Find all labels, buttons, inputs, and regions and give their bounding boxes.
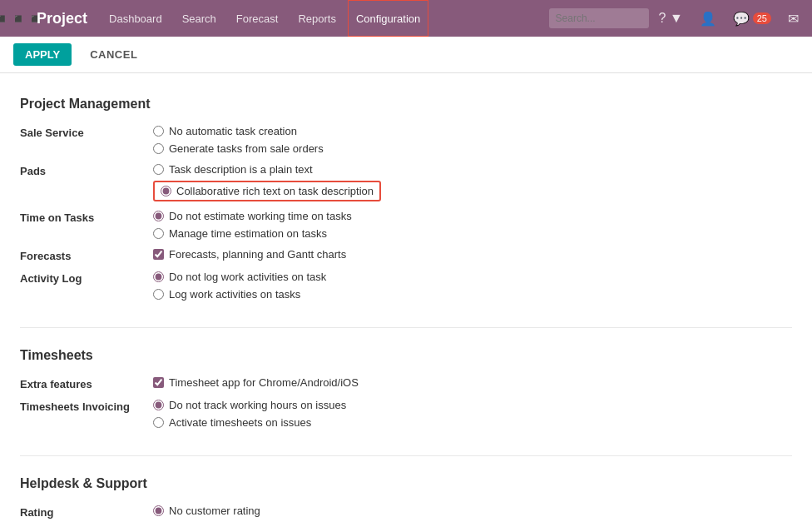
- mail-icon[interactable]: ✉: [781, 0, 805, 37]
- list-item[interactable]: Activate timesheets on issues: [153, 416, 346, 429]
- topnav: ◾◾◾ Project Dashboard Search Forecast Re…: [0, 0, 812, 37]
- app-grid-icon[interactable]: ◾◾◾: [7, 7, 30, 30]
- forecasts-row: Forecasts Forecasts, planning and Gantt …: [20, 248, 792, 262]
- sale-service-no-auto[interactable]: [153, 126, 164, 137]
- timesheets-invoicing-options: Do not track working hours on issues Act…: [153, 399, 346, 429]
- project-management-section: Project Management Sale Service No autom…: [20, 97, 792, 301]
- nav-search[interactable]: Search: [174, 0, 225, 37]
- list-item[interactable]: Do not estimate working time on tasks: [153, 210, 352, 222]
- project-management-title: Project Management: [20, 97, 792, 112]
- pads-options: Task description is a plain text Collabo…: [153, 163, 381, 201]
- activity-log-row: Activity Log Do not log work activities …: [20, 271, 792, 301]
- helpdesk-title: Helpdesk & Support: [20, 476, 792, 491]
- app-title: Project: [37, 10, 87, 27]
- activity-no-log[interactable]: [153, 271, 164, 282]
- timesheets-invoicing-label: Timesheets Invoicing: [20, 399, 153, 413]
- forecasts-options: Forecasts, planning and Gantt charts: [153, 248, 346, 261]
- pads-plain-text-label: Task description is a plain text: [169, 163, 313, 176]
- extra-features-row: Extra features Timesheet app for Chrome/…: [20, 376, 792, 390]
- pads-label: Pads: [20, 163, 153, 177]
- list-item[interactable]: Do not log work activities on task: [153, 271, 326, 283]
- list-item[interactable]: Task description is a plain text: [153, 163, 381, 176]
- timesheet-app-label: Timesheet app for Chrome/Android/iOS: [169, 376, 359, 389]
- user-icon[interactable]: 👤: [693, 0, 723, 37]
- sale-service-row: Sale Service No automatic task creation …: [20, 125, 792, 155]
- activity-log-options: Do not log work activities on task Log w…: [153, 271, 326, 301]
- nav-reports[interactable]: Reports: [290, 0, 344, 37]
- timesheets-section: Timesheets Extra features Timesheet app …: [20, 348, 792, 429]
- nav-dashboard[interactable]: Dashboard: [101, 0, 171, 37]
- notifications-badge: 25: [753, 12, 771, 24]
- nav-forecast[interactable]: Forecast: [228, 0, 287, 37]
- divider-1: [20, 327, 792, 328]
- list-item[interactable]: Log work activities on tasks: [153, 288, 326, 301]
- cancel-button[interactable]: CANCEL: [78, 43, 149, 66]
- time-on-tasks-options: Do not estimate working time on tasks Ma…: [153, 210, 352, 240]
- activate-timesheets-radio[interactable]: [153, 417, 164, 428]
- activity-log-label: Activity Log: [20, 271, 153, 285]
- pads-plain-text[interactable]: [153, 164, 164, 175]
- time-no-estimate[interactable]: [153, 211, 164, 221]
- rating-options: No customer rating Allow activating cust…: [153, 505, 476, 522]
- list-item[interactable]: Forecasts, planning and Gantt charts: [153, 248, 346, 261]
- help-icon[interactable]: ? ▼: [652, 0, 690, 37]
- pads-rich-text[interactable]: [161, 186, 171, 196]
- no-track-radio[interactable]: [153, 400, 164, 410]
- activity-log-work-label: Log work activities on tasks: [169, 288, 300, 301]
- rating-label: Rating: [20, 505, 153, 519]
- sale-service-options: No automatic task creation Generate task…: [153, 125, 324, 155]
- search-input[interactable]: [549, 8, 649, 28]
- activate-timesheets-label: Activate timesheets on issues: [169, 416, 311, 429]
- no-rating-radio[interactable]: [153, 505, 164, 516]
- helpdesk-section: Helpdesk & Support Rating No customer ra…: [20, 476, 792, 522]
- list-item[interactable]: No customer rating: [153, 505, 476, 517]
- sale-service-gen-tasks[interactable]: [153, 143, 164, 154]
- list-item[interactable]: Timesheet app for Chrome/Android/iOS: [153, 376, 359, 389]
- timesheet-app-checkbox[interactable]: [153, 377, 164, 388]
- forecasts-label: Forecasts: [20, 248, 153, 262]
- sale-service-gen-tasks-label: Generate tasks from sale orders: [169, 142, 324, 155]
- list-item[interactable]: Generate tasks from sale orders: [153, 142, 324, 155]
- sale-service-no-auto-label: No automatic task creation: [169, 125, 297, 137]
- forecasts-gantt-checkbox[interactable]: [153, 249, 164, 260]
- no-rating-label: No customer rating: [169, 505, 260, 517]
- divider-2: [20, 455, 792, 456]
- list-item[interactable]: Do not track working hours on issues: [153, 399, 346, 411]
- no-track-label: Do not track working hours on issues: [169, 399, 346, 411]
- time-on-tasks-label: Time on Tasks: [20, 210, 153, 224]
- extra-features-options: Timesheet app for Chrome/Android/iOS: [153, 376, 359, 389]
- timesheets-title: Timesheets: [20, 348, 792, 363]
- apply-button[interactable]: APPLY: [13, 43, 72, 66]
- time-on-tasks-row: Time on Tasks Do not estimate working ti…: [20, 210, 792, 240]
- pads-rich-text-highlighted[interactable]: Collaborative rich text on task descript…: [153, 181, 381, 201]
- messages-icon[interactable]: 💬 25: [726, 0, 778, 37]
- nav-configuration[interactable]: Configuration: [348, 0, 428, 37]
- activity-log-work[interactable]: [153, 289, 164, 300]
- actionbar: APPLY CANCEL: [0, 37, 812, 73]
- rating-row: Rating No customer rating Allow activati…: [20, 505, 792, 522]
- time-manage[interactable]: [153, 228, 164, 239]
- list-item[interactable]: No automatic task creation: [153, 125, 324, 137]
- list-item[interactable]: Manage time estimation on tasks: [153, 227, 352, 240]
- sale-service-label: Sale Service: [20, 125, 153, 139]
- timesheets-invoicing-row: Timesheets Invoicing Do not track workin…: [20, 399, 792, 429]
- main-content: Project Management Sale Service No autom…: [0, 73, 812, 522]
- time-no-estimate-label: Do not estimate working time on tasks: [169, 210, 352, 222]
- extra-features-label: Extra features: [20, 376, 153, 390]
- pads-rich-text-label: Collaborative rich text on task descript…: [176, 185, 374, 197]
- pads-row: Pads Task description is a plain text Co…: [20, 163, 792, 201]
- time-manage-label: Manage time estimation on tasks: [169, 227, 327, 240]
- forecasts-gantt-label: Forecasts, planning and Gantt charts: [169, 248, 346, 261]
- activity-no-log-label: Do not log work activities on task: [169, 271, 326, 283]
